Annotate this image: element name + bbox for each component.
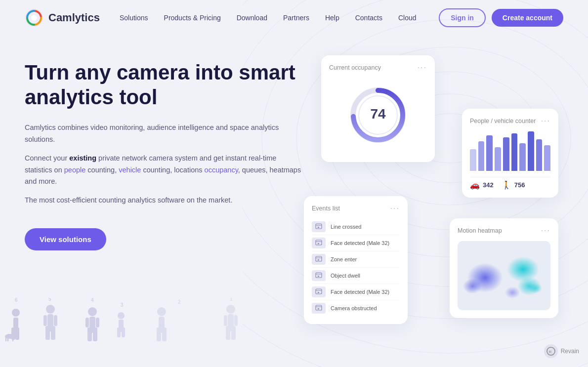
hero-desc-3: The most cost-efficient counting analyti… <box>25 195 301 206</box>
revain-icon: R <box>544 344 558 358</box>
svg-marker-26 <box>318 259 320 261</box>
hero-widgets: Current occupancy ··· <box>301 50 563 367</box>
svg-rect-18 <box>316 224 322 229</box>
svg-text:R: R <box>548 350 551 354</box>
header: Camlytics Solutions Products & Pricing D… <box>0 0 588 36</box>
occupancy-title: Current occupancy <box>329 64 381 71</box>
counter-header: People / vehicle counter ··· <box>470 117 550 125</box>
occupancy-menu[interactable]: ··· <box>418 63 427 72</box>
svg-marker-35 <box>318 308 320 310</box>
occupancy-widget: Current occupancy ··· <box>321 55 435 162</box>
svg-rect-33 <box>316 305 322 310</box>
svg-rect-21 <box>316 240 322 245</box>
svg-point-40 <box>505 286 520 298</box>
heatmap-visual <box>458 241 550 310</box>
signin-button[interactable]: Sign in <box>439 8 486 27</box>
header-actions: Sign in Create account <box>439 8 563 27</box>
vehicle-stat: 🚗 342 <box>470 180 494 190</box>
nav-partners[interactable]: Partners <box>283 14 309 22</box>
heatmap-title: Motion heatmap <box>458 227 502 234</box>
bar-chart <box>470 131 550 171</box>
event-item-4: Face detected (Male 32) <box>312 284 400 300</box>
gauge-svg: 74 <box>346 83 410 147</box>
hero-desc-1: Camlytics combines video monitoring, aud… <box>25 122 301 146</box>
hero-desc-2-strong: existing <box>69 154 96 162</box>
bar-9 <box>544 145 550 171</box>
svg-marker-23 <box>318 243 320 245</box>
create-account-button[interactable]: Create account <box>492 9 563 27</box>
hero-link-people[interactable]: people <box>64 166 86 174</box>
nav-solutions[interactable]: Solutions <box>120 14 148 22</box>
event-item-3: Object dwell <box>312 268 400 284</box>
bar-5 <box>511 133 518 171</box>
heatmap-menu[interactable]: ··· <box>541 226 550 235</box>
bar-0 <box>470 149 476 171</box>
counter-stats: 🚗 342 🚶 756 <box>470 177 550 190</box>
occupancy-gauge: 74 <box>329 78 427 154</box>
svg-text:74: 74 <box>370 106 386 122</box>
event-thumb-3 <box>312 270 326 281</box>
events-menu[interactable]: ··· <box>390 204 400 213</box>
event-label-2: Zone enter <box>331 256 357 262</box>
hero-desc-2: Connect your existing private network ca… <box>25 153 301 188</box>
events-widget: Events list ··· Line crossed Face detect… <box>304 196 408 324</box>
occupancy-header: Current occupancy ··· <box>329 63 427 72</box>
bar-2 <box>486 135 493 171</box>
event-label-0: Line crossed <box>331 224 361 230</box>
heatmap-svg <box>458 241 550 310</box>
hero-content: Turn any camera into smart analytics too… <box>25 50 301 367</box>
svg-marker-32 <box>318 292 320 294</box>
nav-contacts[interactable]: Contacts <box>355 14 382 22</box>
event-label-5: Camera obstructed <box>331 305 377 311</box>
logo-icon <box>25 8 43 27</box>
bar-3 <box>495 147 501 171</box>
people-stat: 🚶 756 <box>502 180 525 190</box>
revain-badge: R Revain <box>544 344 579 358</box>
event-label-3: Object dwell <box>331 273 360 279</box>
nav-download[interactable]: Download <box>237 14 267 22</box>
people-icon: 🚶 <box>502 180 511 190</box>
revain-label: Revain <box>561 348 579 355</box>
main-nav: Solutions Products & Pricing Download Pa… <box>120 14 439 22</box>
event-thumb-0 <box>312 221 326 232</box>
counter-menu[interactable]: ··· <box>541 117 550 125</box>
vehicle-icon: 🚗 <box>470 180 480 190</box>
counter-title: People / vehicle counter <box>470 118 536 124</box>
event-thumb-2 <box>312 254 326 265</box>
svg-point-39 <box>463 279 482 294</box>
svg-rect-30 <box>316 289 322 294</box>
heatmap-widget: Motion heatmap ··· <box>450 218 558 318</box>
svg-rect-27 <box>316 273 322 278</box>
event-thumb-1 <box>312 238 326 248</box>
hero-title: Turn any camera into smart analytics too… <box>25 60 301 110</box>
logo[interactable]: Camlytics <box>25 8 100 27</box>
hero-link-vehicle[interactable]: vehicle <box>119 166 141 174</box>
hero-link-occupancy[interactable]: occupancy <box>205 166 238 174</box>
event-thumb-4 <box>312 286 326 297</box>
heatmap-header: Motion heatmap ··· <box>458 226 550 235</box>
bar-7 <box>528 131 534 171</box>
event-item-0: Line crossed <box>312 219 400 235</box>
event-thumb-5 <box>312 303 326 314</box>
events-list: Line crossed Face detected (Male 32) Zon… <box>312 219 400 316</box>
people-count: 756 <box>514 181 525 189</box>
bar-4 <box>503 137 509 171</box>
bar-8 <box>536 139 543 171</box>
nav-cloud[interactable]: Cloud <box>398 14 417 22</box>
vehicle-count: 342 <box>483 181 494 189</box>
counter-widget: People / vehicle counter ··· 🚗 342 🚶 756 <box>462 109 558 198</box>
svg-rect-24 <box>316 256 322 261</box>
svg-point-41 <box>529 283 542 293</box>
event-item-5: Camera obstructed <box>312 300 400 316</box>
event-item-1: Face detected (Male 32) <box>312 235 400 251</box>
view-solutions-button[interactable]: View solutions <box>25 228 106 250</box>
event-label-1: Face detected (Male 32) <box>331 240 389 246</box>
bar-1 <box>478 141 485 171</box>
events-header: Events list ··· <box>312 204 400 213</box>
nav-products-pricing[interactable]: Products & Pricing <box>164 14 221 22</box>
logo-text: Camlytics <box>48 11 100 24</box>
hero-section: Turn any camera into smart analytics too… <box>0 36 588 367</box>
bar-6 <box>519 143 526 171</box>
nav-help[interactable]: Help <box>325 14 339 22</box>
event-label-4: Face detected (Male 32) <box>331 289 389 295</box>
